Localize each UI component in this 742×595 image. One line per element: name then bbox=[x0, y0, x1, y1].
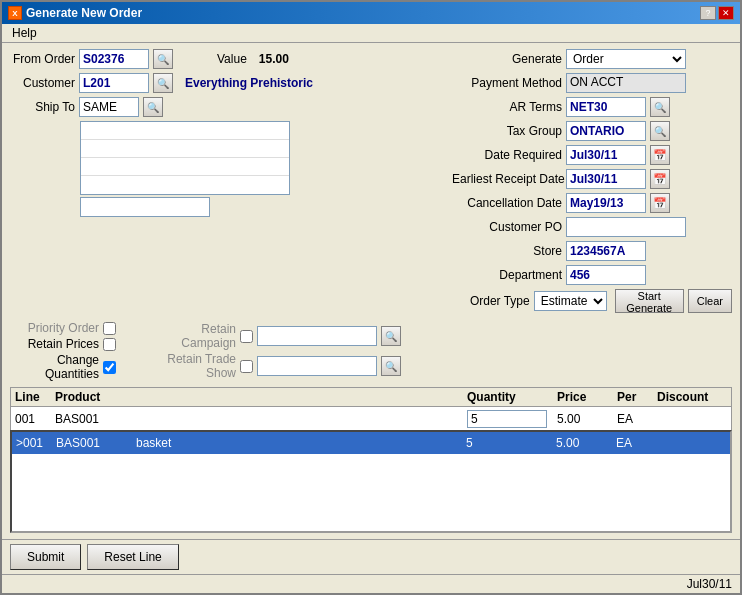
bottom-bar: Submit Reset Line bbox=[2, 539, 740, 574]
from-order-search-button[interactable]: 🔍 bbox=[153, 49, 173, 69]
department-input[interactable] bbox=[566, 265, 646, 285]
tax-group-search-button[interactable]: 🔍 bbox=[650, 121, 670, 141]
change-quantities-label: Change Quantities bbox=[14, 353, 99, 381]
menu-help[interactable]: Help bbox=[8, 25, 41, 41]
address-box bbox=[80, 121, 290, 195]
cancellation-date-row: Cancellation Date 📅 bbox=[452, 193, 732, 213]
retain-campaign-row: Retain Campaign 🔍 bbox=[146, 322, 401, 350]
date-required-row: Date Required 📅 bbox=[452, 145, 732, 165]
value-amount: 15.00 bbox=[259, 52, 289, 66]
retain-prices-label: Retain Prices bbox=[14, 337, 99, 351]
clear-button[interactable]: Clear bbox=[688, 289, 732, 313]
tax-group-label: Tax Group bbox=[452, 124, 562, 138]
earliest-receipt-input[interactable] bbox=[566, 169, 646, 189]
ship-to-row: Ship To 🔍 bbox=[10, 97, 444, 117]
priority-order-checkbox[interactable] bbox=[103, 322, 116, 335]
ship-to-search-button[interactable]: 🔍 bbox=[143, 97, 163, 117]
earliest-receipt-row: Earliest Receipt Date 📅 bbox=[452, 169, 732, 189]
input-row-product: BAS001 bbox=[55, 412, 135, 426]
ship-to-input[interactable] bbox=[79, 97, 139, 117]
table-input-row: 001 BAS001 5.00 EA bbox=[10, 406, 732, 430]
company-name: Everything Prehistoric bbox=[185, 76, 313, 90]
col-header-desc bbox=[135, 390, 467, 404]
address-extra-input[interactable] bbox=[80, 197, 210, 217]
generate-label: Generate bbox=[452, 52, 562, 66]
from-order-input[interactable] bbox=[79, 49, 149, 69]
table-header: Line Product Quantity Price Per Discount bbox=[10, 387, 732, 406]
row-description: basket bbox=[136, 436, 466, 450]
retain-trade-show-checkbox[interactable] bbox=[240, 360, 253, 373]
input-row-per: EA bbox=[617, 412, 657, 426]
main-window: X Generate New Order ? ✕ Help From Order… bbox=[0, 0, 742, 595]
change-quantities-row: Change Quantities bbox=[14, 353, 116, 381]
ar-terms-search-button[interactable]: 🔍 bbox=[650, 97, 670, 117]
row-product: BAS001 bbox=[56, 436, 136, 450]
customer-po-label: Customer PO bbox=[452, 220, 562, 234]
title-bar: X Generate New Order ? ✕ bbox=[2, 2, 740, 24]
store-row: Store bbox=[452, 241, 732, 261]
row-price: 5.00 bbox=[556, 436, 616, 450]
col-header-product: Product bbox=[55, 390, 135, 404]
payment-method-value: ON ACCT bbox=[566, 73, 686, 93]
table-body[interactable]: >001 BAS001 basket 5 5.00 EA bbox=[10, 430, 732, 533]
row-quantity: 5 bbox=[466, 436, 556, 450]
retain-trade-show-search-button[interactable]: 🔍 bbox=[381, 356, 401, 376]
app-icon: X bbox=[8, 6, 22, 20]
retain-prices-checkbox[interactable] bbox=[103, 338, 116, 351]
checkbox-section: Priority Order Retain Prices Change Quan… bbox=[10, 319, 732, 383]
address-line-3[interactable] bbox=[81, 158, 289, 176]
cancellation-date-label: Cancellation Date bbox=[452, 196, 562, 210]
order-type-label: Order Type bbox=[452, 294, 530, 308]
ship-to-label: Ship To bbox=[10, 100, 75, 114]
menu-bar: Help bbox=[2, 24, 740, 43]
table-section: Line Product Quantity Price Per Discount… bbox=[10, 387, 732, 533]
address-line-2[interactable] bbox=[81, 140, 289, 158]
tax-group-input[interactable] bbox=[566, 121, 646, 141]
ar-terms-input[interactable] bbox=[566, 97, 646, 117]
customer-po-row: Customer PO bbox=[452, 217, 732, 237]
col-header-quantity: Quantity bbox=[467, 390, 557, 404]
close-button[interactable]: ✕ bbox=[718, 6, 734, 20]
table-row[interactable]: >001 BAS001 basket 5 5.00 EA bbox=[12, 432, 730, 454]
quantity-input[interactable] bbox=[467, 410, 547, 428]
customer-label: Customer bbox=[10, 76, 75, 90]
retain-checkboxes: Retain Campaign 🔍 Retain Trade Show 🔍 bbox=[146, 322, 401, 380]
retain-campaign-search-button[interactable]: 🔍 bbox=[381, 326, 401, 346]
tax-group-row: Tax Group 🔍 bbox=[452, 121, 732, 141]
customer-search-button[interactable]: 🔍 bbox=[153, 73, 173, 93]
start-generate-button[interactable]: Start Generate bbox=[615, 289, 684, 313]
retain-campaign-checkbox[interactable] bbox=[240, 330, 253, 343]
address-line-1[interactable] bbox=[81, 122, 289, 140]
retain-campaign-input[interactable] bbox=[257, 326, 377, 346]
customer-row: Customer 🔍 Everything Prehistoric bbox=[10, 73, 444, 93]
value-label: Value bbox=[217, 52, 247, 66]
priority-order-label: Priority Order bbox=[14, 321, 99, 335]
col-header-price: Price bbox=[557, 390, 617, 404]
order-type-select[interactable]: Estimate Order Quote bbox=[534, 291, 607, 311]
retain-campaign-label: Retain Campaign bbox=[146, 322, 236, 350]
date-required-input[interactable] bbox=[566, 145, 646, 165]
reset-line-button[interactable]: Reset Line bbox=[87, 544, 178, 570]
date-required-label: Date Required bbox=[452, 148, 562, 162]
priority-order-row: Priority Order bbox=[14, 321, 116, 335]
from-order-label: From Order bbox=[10, 52, 75, 66]
cancellation-calendar-button[interactable]: 📅 bbox=[650, 193, 670, 213]
address-line-4[interactable] bbox=[81, 176, 289, 194]
cancellation-date-input[interactable] bbox=[566, 193, 646, 213]
change-quantities-checkbox[interactable] bbox=[103, 361, 116, 374]
ar-terms-label: AR Terms bbox=[452, 100, 562, 114]
status-date: Jul30/11 bbox=[687, 577, 732, 591]
col-header-discount: Discount bbox=[657, 390, 727, 404]
earliest-receipt-calendar-button[interactable]: 📅 bbox=[650, 169, 670, 189]
form-content: From Order 🔍 Value 15.00 Customer 🔍 Ever… bbox=[2, 43, 740, 539]
generate-select[interactable]: Order Quote Estimate bbox=[566, 49, 686, 69]
store-label: Store bbox=[452, 244, 562, 258]
customer-input[interactable] bbox=[79, 73, 149, 93]
customer-po-input[interactable] bbox=[566, 217, 686, 237]
submit-button[interactable]: Submit bbox=[10, 544, 81, 570]
retain-prices-row: Retain Prices bbox=[14, 337, 116, 351]
store-input[interactable] bbox=[566, 241, 646, 261]
retain-trade-show-input[interactable] bbox=[257, 356, 377, 376]
date-required-calendar-button[interactable]: 📅 bbox=[650, 145, 670, 165]
help-button[interactable]: ? bbox=[700, 6, 716, 20]
